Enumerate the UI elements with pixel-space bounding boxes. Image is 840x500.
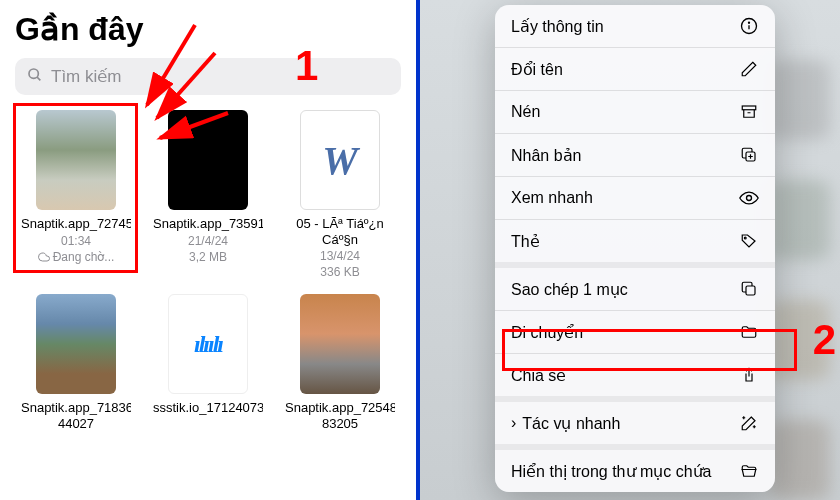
- file-meta: 336 KB: [320, 265, 359, 279]
- tag-icon: [739, 231, 759, 251]
- wand-icon: [739, 413, 759, 433]
- svg-line-7: [160, 113, 228, 138]
- menu-item-info[interactable]: Lấy thông tin: [495, 5, 775, 48]
- file-meta: 13/4/24: [320, 249, 360, 263]
- eye-icon: [739, 188, 759, 208]
- folder-open-icon: [739, 461, 759, 481]
- file-thumbnail: [36, 294, 116, 394]
- file-item[interactable]: Snaptik.app_727459...8797001:34Đang chờ.…: [15, 110, 137, 279]
- page-title: Gần đây: [15, 10, 401, 48]
- menu-item-label: Di chuyển: [511, 323, 739, 342]
- menu-item-label: Nén: [511, 103, 739, 121]
- file-meta: 3,2 MB: [189, 250, 227, 264]
- folder-icon: [739, 322, 759, 342]
- svg-point-16: [747, 196, 752, 201]
- svg-rect-18: [746, 286, 755, 295]
- menu-item-label: Hiển thị trong thư mục chứa: [511, 462, 739, 481]
- file-name: Snaptik.app_718361 44027: [21, 400, 131, 431]
- files-grid: Snaptik.app_727459...8797001:34Đang chờ.…: [15, 110, 401, 431]
- chevron-right-icon: ›: [511, 414, 516, 432]
- menu-item-eye[interactable]: Xem nhanh: [495, 177, 775, 220]
- search-icon: [27, 67, 43, 87]
- annotation-arrow: [148, 108, 238, 148]
- menu-item-label: Thẻ: [511, 232, 739, 251]
- duplicate-icon: [739, 145, 759, 165]
- menu-item-label: Tác vụ nhanh: [522, 414, 739, 433]
- share-icon: [739, 365, 759, 385]
- svg-point-17: [744, 237, 746, 239]
- menu-item-label: Xem nhanh: [511, 189, 739, 207]
- menu-item-tag[interactable]: Thẻ: [495, 220, 775, 268]
- file-meta: 21/4/24: [188, 234, 228, 248]
- menu-item-duplicate[interactable]: Nhân bản: [495, 134, 775, 177]
- menu-item-folder-open[interactable]: Hiển thị trong thư mục chứa: [495, 450, 775, 492]
- pencil-icon: [739, 59, 759, 79]
- menu-item-archive[interactable]: Nén: [495, 91, 775, 134]
- annotation-number-1: 1: [295, 42, 318, 90]
- file-name: 05 - LÃª Tiáº¿n Cáº§n: [285, 216, 395, 247]
- menu-item-copy[interactable]: Sao chép 1 mục: [495, 268, 775, 311]
- menu-item-pencil[interactable]: Đổi tên: [495, 48, 775, 91]
- svg-line-1: [37, 77, 40, 80]
- file-thumbnail: [36, 110, 116, 210]
- file-item[interactable]: Snaptik.app_718361 44027: [15, 294, 137, 431]
- menu-item-label: Đổi tên: [511, 60, 739, 79]
- info-icon: [739, 16, 759, 36]
- annotation-number-2: 2: [813, 316, 836, 364]
- context-menu-screen: Lấy thông tinĐổi tênNénNhân bảnXem nhanh…: [420, 0, 840, 500]
- file-thumbnail: [300, 294, 380, 394]
- file-item[interactable]: W05 - LÃª Tiáº¿n Cáº§n13/4/24336 KB: [279, 110, 401, 279]
- copy-icon: [739, 279, 759, 299]
- menu-item-label: Nhân bản: [511, 146, 739, 165]
- svg-rect-11: [742, 106, 756, 110]
- svg-point-10: [749, 22, 750, 23]
- search-placeholder: Tìm kiếm: [51, 66, 121, 87]
- menu-item-label: Sao chép 1 mục: [511, 280, 739, 299]
- menu-item-label: Chia sẻ: [511, 366, 739, 385]
- file-name: Snaptik.app_735919...0544: [153, 216, 263, 232]
- file-item[interactable]: ılıılıssstik.io_1712407328643: [147, 294, 269, 431]
- svg-point-0: [29, 69, 38, 78]
- menu-item-share[interactable]: Chia sẻ: [495, 354, 775, 402]
- file-thumbnail: W: [300, 110, 380, 210]
- archive-icon: [739, 102, 759, 122]
- file-name: Snaptik.app_727459...87970: [21, 216, 131, 232]
- cloud-icon: [38, 251, 50, 263]
- file-name: ssstik.io_1712407328643: [153, 400, 263, 416]
- file-item[interactable]: Snaptik.app_725487 83205: [279, 294, 401, 431]
- menu-item-folder[interactable]: Di chuyển: [495, 311, 775, 354]
- menu-item-label: Lấy thông tin: [511, 17, 739, 36]
- context-menu: Lấy thông tinĐổi tênNénNhân bảnXem nhanh…: [495, 5, 775, 492]
- file-meta: 01:34: [61, 234, 91, 248]
- file-thumbnail: ılıılı: [168, 294, 248, 394]
- file-name: Snaptik.app_725487 83205: [285, 400, 395, 431]
- menu-item-wand[interactable]: ›Tác vụ nhanh: [495, 402, 775, 450]
- file-meta: Đang chờ...: [38, 250, 115, 264]
- files-recent-screen: Gần đây Tìm kiếm Snaptik.app_727459...87…: [0, 0, 420, 500]
